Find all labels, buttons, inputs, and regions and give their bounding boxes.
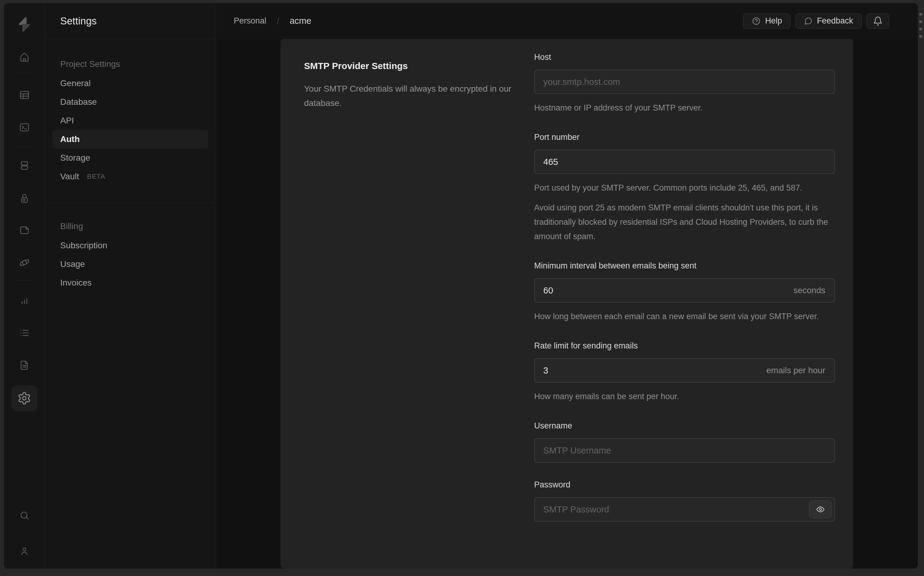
sidebar-item-general[interactable]: General [52,74,208,93]
username-field: Username [534,421,835,463]
auth-lock-icon[interactable] [16,190,33,207]
rate-limit-field: Rate limit for sending emails emails per… [534,341,835,404]
port-warning: Avoid using port 25 as modern SMTP email… [534,201,835,244]
notifications-button[interactable] [866,13,889,29]
breadcrumb-org[interactable]: Personal [234,16,266,26]
app-window: Settings Project Settings General Databa… [4,3,918,569]
panel-description: Your SMTP Credentials will always be enc… [304,82,522,110]
password-field: Password [534,480,835,522]
host-input[interactable] [535,77,834,87]
frame-dot [919,20,922,23]
panel-title: SMTP Provider Settings [304,61,408,71]
username-label: Username [534,421,835,431]
sidebar-item-usage[interactable]: Usage [52,255,208,274]
table-editor-icon[interactable] [16,86,33,104]
port-helper: Port used by your SMTP server. Common po… [534,181,835,195]
sidebar-item-api[interactable]: API [52,111,208,130]
section-header-billing: Billing [45,216,216,236]
port-field: Port number Port used by your SMTP serve… [534,132,835,244]
sidebar-title: Settings [45,3,216,39]
interval-input[interactable] [535,286,794,296]
rate-limit-suffix: emails per hour [766,366,834,375]
interval-label: Minimum interval between emails being se… [534,261,835,271]
host-label: Host [534,52,835,62]
sidebar-item-vault[interactable]: Vault BETA [52,167,208,186]
frame-dot [919,27,922,30]
eye-icon [816,505,825,514]
search-icon[interactable] [16,507,33,524]
rate-limit-label: Rate limit for sending emails [534,341,835,351]
sidebar-item-invoices[interactable]: Invoices [52,274,208,292]
password-label: Password [534,480,835,490]
logs-icon[interactable] [16,324,33,341]
edge-functions-icon[interactable] [16,254,33,271]
top-header: Personal / acme Help [216,3,918,39]
home-icon[interactable] [16,48,33,66]
icon-rail [4,3,45,569]
rail-divider [13,280,35,280]
supabase-logo-icon[interactable] [16,16,33,33]
reports-icon[interactable] [16,292,33,309]
smtp-form: Host Hostname or IP address of your SMTP… [534,52,835,539]
docs-icon[interactable] [16,357,33,374]
port-label: Port number [534,132,835,142]
sidebar-item-storage[interactable]: Storage [52,149,208,167]
sql-editor-icon[interactable] [16,119,33,136]
host-field: Host Hostname or IP address of your SMTP… [534,52,835,115]
interval-helper: How long between each email can a new em… [534,309,835,324]
frame-dot [919,13,922,16]
interval-field: Minimum interval between emails being se… [534,261,835,324]
breadcrumb: Personal / acme [216,16,311,26]
feedback-bubble-icon [804,17,812,26]
sidebar-item-database[interactable]: Database [52,93,208,111]
section-header-project-settings: Project Settings [45,54,216,74]
smtp-settings-card: SMTP Provider Settings Your SMTP Credent… [280,39,853,569]
breadcrumb-separator: / [277,16,279,26]
feedback-button[interactable]: Feedback [795,13,862,29]
username-input[interactable] [535,446,834,456]
host-helper: Hostname or IP address of your SMTP serv… [534,101,835,115]
database-icon[interactable] [16,157,33,174]
sidebar-item-subscription[interactable]: Subscription [52,236,208,255]
help-circle-icon [752,16,761,26]
rate-limit-helper: How many emails can be sent per hour. [534,389,835,404]
beta-badge: BETA [87,173,106,181]
account-icon[interactable] [16,542,33,560]
storage-icon[interactable] [16,222,33,239]
frame-dot [919,35,922,38]
project-settings-gear-icon[interactable] [11,386,37,411]
rail-divider [13,147,35,147]
help-button[interactable]: Help [743,13,791,29]
rate-limit-input[interactable] [535,366,766,376]
interval-suffix: seconds [794,286,834,295]
password-input[interactable] [535,504,834,515]
reveal-password-button[interactable] [809,501,832,518]
sidebar-item-auth[interactable]: Auth [52,130,208,149]
settings-sidebar: Settings Project Settings General Databa… [45,3,216,569]
port-input[interactable] [535,157,834,167]
breadcrumb-project[interactable]: acme [290,16,311,26]
bell-icon [873,16,883,26]
